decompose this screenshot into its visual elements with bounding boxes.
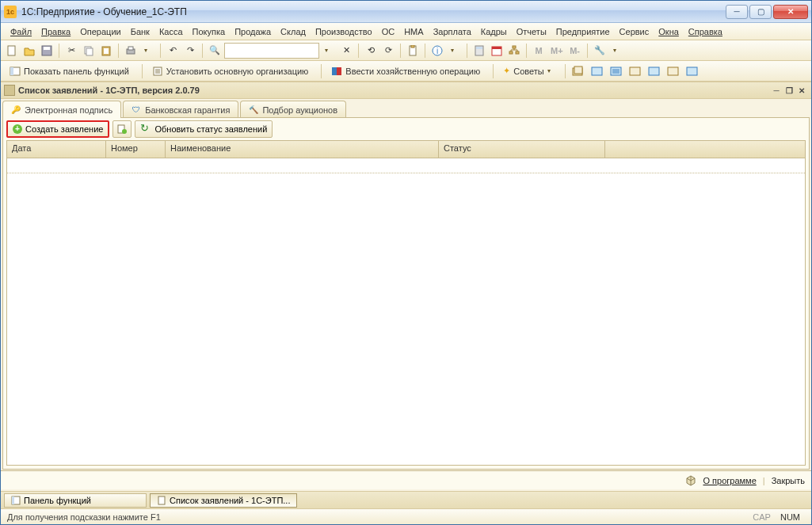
menu-hr[interactable]: Кадры — [476, 25, 512, 38]
nav-back-icon[interactable]: ⟲ — [363, 43, 379, 59]
create-application-button[interactable]: + Создать заявление — [6, 120, 109, 138]
search-icon[interactable]: 🔍 — [207, 43, 223, 59]
icon-btn-5[interactable] — [646, 63, 663, 79]
update-status-button[interactable]: Обновить статус заявлений — [135, 120, 273, 138]
menu-nma[interactable]: НМА — [399, 25, 428, 38]
svg-rect-29 — [630, 67, 640, 75]
new-doc-icon[interactable] — [4, 43, 20, 59]
search-clear-icon[interactable]: ✕ — [338, 43, 354, 59]
svg-rect-27 — [592, 67, 602, 75]
copy-icon[interactable] — [81, 43, 97, 59]
minimize-button[interactable]: ─ — [726, 5, 748, 19]
m-minus-icon[interactable]: M- — [567, 43, 583, 59]
menu-service[interactable]: Сервис — [615, 25, 654, 38]
m-plus-icon[interactable]: M+ — [548, 43, 566, 59]
nav-fwd-icon[interactable]: ⟳ — [380, 43, 396, 59]
search-dd-icon[interactable]: ▾ — [321, 43, 337, 59]
menu-help[interactable]: Справка — [684, 25, 727, 38]
open-icon[interactable] — [21, 43, 37, 59]
set-main-org-button[interactable]: Установить основную организацию — [147, 63, 318, 79]
taskbar-doc[interactable]: Список заявлений - 1С-ЭТП... — [150, 493, 297, 508]
refresh-list-button[interactable] — [112, 120, 132, 138]
svg-rect-16 — [492, 47, 501, 49]
org-struct-icon[interactable] — [506, 43, 522, 59]
info-icon[interactable]: i — [429, 43, 445, 59]
menu-reports[interactable]: Отчеты — [512, 25, 551, 38]
cap-indicator: CAP — [748, 512, 776, 522]
col-date[interactable]: Дата — [7, 141, 106, 158]
menu-enterprise[interactable]: Предприятие — [551, 25, 615, 38]
search-input[interactable] — [224, 43, 319, 59]
taskbar-fn-panel[interactable]: Панель функций — [4, 493, 147, 508]
menu-os[interactable]: ОС — [377, 25, 400, 38]
status-hint: Для получения подсказки нажмите F1 — [7, 512, 161, 522]
svg-rect-18 — [509, 51, 513, 54]
icon-btn-7[interactable] — [684, 63, 701, 79]
tools-dd-icon[interactable]: ▾ — [609, 43, 625, 59]
tab-bank-guarantee[interactable]: 🛡 Банковская гарантия — [123, 101, 238, 118]
icon-btn-2[interactable] — [589, 63, 606, 79]
m-icon[interactable]: M — [531, 43, 547, 59]
tab-content: + Создать заявление Обновить статус заяв… — [2, 117, 810, 470]
clipboard-icon[interactable] — [405, 43, 421, 59]
tab-esign[interactable]: 🔑 Электронная подпись — [2, 101, 121, 118]
content-toolbar: + Создать заявление Обновить статус заяв… — [3, 118, 809, 140]
svg-rect-30 — [649, 67, 659, 75]
menu-bank[interactable]: Банк — [126, 25, 154, 38]
paste-icon[interactable] — [98, 43, 114, 59]
info-dd-icon[interactable]: ▾ — [447, 43, 463, 59]
tab-auction[interactable]: 🔨 Подбор аукционов — [240, 101, 346, 118]
svg-text:i: i — [436, 47, 438, 55]
save-icon[interactable] — [39, 43, 55, 59]
doc-minimize-button[interactable]: ─ — [770, 85, 783, 96]
icon-btn-6[interactable] — [665, 63, 682, 79]
svg-rect-0 — [8, 46, 15, 55]
menubar: Файл Правка Операции Банк Касса Покупка … — [1, 23, 811, 40]
plus-icon: + — [13, 124, 22, 134]
col-name[interactable]: Наименование — [166, 141, 439, 158]
refresh-icon — [140, 124, 151, 135]
table-body[interactable] — [7, 158, 805, 465]
table-header: Дата Номер Наименование Статус — [7, 141, 805, 158]
menu-production[interactable]: Производство — [311, 25, 377, 38]
menu-file[interactable]: Файл — [6, 25, 36, 38]
menu-operations[interactable]: Операции — [75, 25, 125, 38]
col-status[interactable]: Статус — [439, 141, 605, 158]
menu-sale[interactable]: Продажа — [230, 25, 276, 38]
close-button[interactable]: ✕ — [773, 5, 808, 19]
doc-close-button[interactable]: ✕ — [795, 85, 808, 96]
tips-button[interactable]: ✦ Советы ▾ — [497, 63, 560, 79]
show-fn-panel-button[interactable]: Показать панель функций — [4, 63, 138, 79]
menu-windows[interactable]: Окна — [654, 25, 684, 38]
doc-restore-button[interactable]: ❐ — [783, 85, 795, 96]
cut-icon[interactable]: ✂ — [63, 43, 79, 59]
menu-purchase[interactable]: Покупка — [188, 25, 231, 38]
redo-icon[interactable]: ↷ — [182, 43, 198, 59]
print-dd-icon[interactable]: ▾ — [140, 43, 156, 59]
calc-icon[interactable] — [471, 43, 487, 59]
num-indicator: NUM — [776, 512, 805, 522]
toolbar-main: ✂ ▾ ↶ ↷ 🔍 ▾ ✕ ⟲ ⟳ i ▾ M M+ M- 🔧 ▾ — [1, 40, 811, 61]
print-icon[interactable] — [123, 43, 139, 59]
icon-btn-3[interactable] — [608, 63, 625, 79]
tools-icon[interactable]: 🔧 — [592, 43, 608, 59]
menu-warehouse[interactable]: Склад — [276, 25, 311, 38]
svg-rect-37 — [158, 496, 165, 504]
menu-edit[interactable]: Правка — [36, 25, 75, 38]
svg-rect-24 — [337, 67, 341, 75]
undo-icon[interactable]: ↶ — [165, 43, 181, 59]
col-number[interactable]: Номер — [106, 141, 166, 158]
enter-hoz-op-button[interactable]: Ввести хозяйственную операцию — [326, 63, 489, 79]
menu-salary[interactable]: Зарплата — [429, 25, 476, 38]
doc-small-icon — [157, 496, 166, 505]
maximize-button[interactable]: ▢ — [749, 5, 772, 19]
close-link[interactable]: Закрыть — [772, 476, 805, 485]
icon-btn-4[interactable] — [627, 63, 644, 79]
icon-btn-1[interactable] — [570, 63, 587, 79]
calendar-icon[interactable] — [489, 43, 505, 59]
svg-rect-26 — [574, 67, 582, 74]
about-link[interactable]: О программе — [703, 476, 756, 485]
toolbar-secondary: Показать панель функций Установить основ… — [1, 61, 811, 82]
col-empty[interactable] — [605, 141, 805, 158]
menu-cash[interactable]: Касса — [154, 25, 188, 38]
